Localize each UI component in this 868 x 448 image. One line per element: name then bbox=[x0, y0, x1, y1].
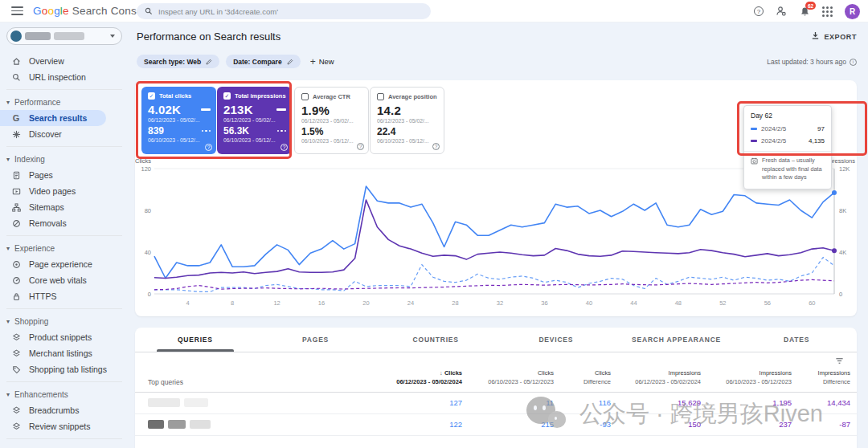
header-metric: Clicks bbox=[538, 369, 554, 377]
sidebar-item-review-snippets[interactable]: Review snippets bbox=[0, 418, 129, 434]
tab-search-appearance[interactable]: SEARCH APPEARANCE bbox=[616, 328, 737, 352]
header-metric: Clicks bbox=[444, 369, 462, 377]
column-header-clicks-1[interactable]: ↓ Clicks06/12/2023 - 05/02/2024 bbox=[371, 369, 462, 387]
chip-label: Search type: Web bbox=[144, 58, 201, 66]
sidebar-section-indexing[interactable]: ▾Indexing bbox=[0, 151, 129, 167]
tooltip-date: 2024/2/5 bbox=[761, 137, 786, 145]
tab-devices[interactable]: DEVICES bbox=[496, 328, 616, 352]
sidebar-item-overview[interactable]: Overview bbox=[0, 53, 129, 69]
metric-card-total-impressions[interactable]: ✓Total impressions213K06/12/2023 - 05/02… bbox=[217, 87, 292, 154]
sidebar-item-label: Sitemaps bbox=[29, 202, 64, 212]
metric-date-previous: 06/10/2023 - 05/12/... bbox=[148, 137, 211, 143]
help-icon[interactable]: ? bbox=[280, 144, 288, 151]
export-button[interactable]: EXPORT bbox=[811, 31, 857, 42]
apps-grid-icon[interactable] bbox=[822, 6, 833, 17]
sidebar-item-product-snippets[interactable]: Product snippets bbox=[0, 329, 129, 345]
cell-clicks: 116 bbox=[554, 398, 611, 407]
column-header-impressions-5[interactable]: Impressions06/10/2023 - 05/12/2023 bbox=[701, 369, 792, 387]
sidebar-item-discover[interactable]: Discover bbox=[0, 126, 129, 142]
column-header-clicks-3[interactable]: ClicksDifference bbox=[554, 369, 611, 387]
checkbox-unchecked-icon[interactable] bbox=[377, 93, 384, 100]
header-metric: Impressions bbox=[818, 369, 850, 377]
sidebar-item-url-inspection[interactable]: URL inspection bbox=[0, 69, 129, 85]
sidebar-item-label: Review snippets bbox=[29, 422, 90, 431]
column-header-impressions-6[interactable]: ImpressionsDifference bbox=[792, 369, 850, 387]
snippet-icon bbox=[11, 422, 21, 431]
tooltip-value: 97 bbox=[817, 125, 825, 132]
metric-card-average-ctr[interactable]: Average CTR1.9%06/12/2023 - 05/02/...1.5… bbox=[294, 87, 369, 154]
table-row[interactable]: 1271111615,6291,19514,434 bbox=[135, 393, 857, 414]
svg-text:24: 24 bbox=[407, 299, 414, 307]
menu-icon[interactable] bbox=[11, 6, 23, 15]
cell-impressions: 15,629 bbox=[611, 398, 701, 407]
filter-chip-date[interactable]: Date: Compare bbox=[226, 55, 300, 68]
tooltip-date: 2024/2/5 bbox=[761, 125, 786, 132]
metric-cards: ✓Total clicks4.02K06/12/2023 - 05/02/...… bbox=[141, 87, 444, 154]
metric-card-total-clicks[interactable]: ✓Total clicks4.02K06/12/2023 - 05/02/...… bbox=[141, 87, 216, 154]
svg-text:52: 52 bbox=[719, 299, 726, 307]
filter-funnel-icon[interactable] bbox=[835, 356, 844, 365]
sidebar-section-performance[interactable]: ▾Performance bbox=[0, 94, 129, 110]
sidebar-item-https[interactable]: HTTPS bbox=[0, 288, 129, 304]
sidebar-item-page-experience[interactable]: Page experience bbox=[0, 256, 129, 272]
column-header-clicks-2[interactable]: Clicks06/10/2023 - 05/12/2023 bbox=[462, 369, 554, 387]
cell-impressions: 150 bbox=[611, 420, 701, 429]
tab-pages[interactable]: PAGES bbox=[256, 328, 376, 352]
cell-clicks: 127 bbox=[371, 398, 462, 407]
solid-line-indicator bbox=[201, 108, 211, 111]
table-body: 1271111615,6291,19514,434122215-93150237… bbox=[135, 393, 857, 436]
https-lock-icon bbox=[11, 291, 21, 301]
help-icon[interactable]: ? bbox=[432, 143, 440, 150]
sidebar-item-search-results[interactable]: GSearch results bbox=[0, 110, 106, 126]
url-inspect-search[interactable]: Inspect any URL in '3d4create.com' bbox=[137, 3, 431, 19]
info-icon[interactable]: i bbox=[850, 59, 857, 66]
table-row[interactable]: 122215-93150237-87 bbox=[135, 414, 857, 436]
chart-tooltip: Day 62 2024/2/5972024/2/54,135 Fresh dat… bbox=[743, 105, 832, 189]
sidebar-item-breadcrumbs[interactable]: Breadcrumbs bbox=[0, 402, 129, 418]
user-settings-icon[interactable] bbox=[776, 6, 787, 17]
svg-text:32: 32 bbox=[497, 299, 503, 307]
sidebar-section-enhancements[interactable]: ▾Enhancements bbox=[0, 386, 129, 402]
sidebar-item-shopping-tab-listings[interactable]: Shopping tab listings bbox=[0, 361, 129, 377]
new-filter-button[interactable]: + New bbox=[310, 57, 334, 67]
checkbox-checked-icon[interactable]: ✓ bbox=[223, 92, 231, 100]
sidebar-section-experience[interactable]: ▾Experience bbox=[0, 240, 129, 256]
sidebar-section-security-manual-actions[interactable]: ▸Security & Manual Actions bbox=[0, 443, 129, 448]
help-icon[interactable]: ? bbox=[357, 143, 364, 150]
sidebar-item-core-web-vitals[interactable]: Core web vitals bbox=[0, 272, 129, 288]
dotted-line-indicator bbox=[277, 130, 287, 132]
checkbox-unchecked-icon[interactable] bbox=[301, 93, 309, 100]
table-tabs: QUERIESPAGESCOUNTRIESDEVICESSEARCH APPEA… bbox=[135, 328, 857, 352]
help-icon[interactable]: ? bbox=[754, 6, 764, 16]
sidebar-item-label: Discover bbox=[29, 129, 62, 139]
query-cell-redacted bbox=[135, 420, 371, 429]
notifications-bell-icon[interactable]: 62 bbox=[799, 6, 810, 17]
sidebar-item-merchant-listings[interactable]: Merchant listings bbox=[0, 345, 129, 361]
sidebar-item-sitemaps[interactable]: Sitemaps bbox=[0, 199, 129, 215]
metric-value-previous: 1.5% bbox=[301, 126, 323, 137]
metric-card-average-position[interactable]: Average position14.206/12/2023 - 05/02/.… bbox=[370, 87, 444, 154]
column-header-top-queries[interactable]: Top queries bbox=[135, 378, 371, 387]
metric-date-previous: 06/10/2023 - 05/12/... bbox=[301, 138, 362, 144]
avatar[interactable]: R bbox=[845, 4, 860, 19]
help-icon[interactable]: ? bbox=[205, 144, 212, 151]
checkbox-checked-icon[interactable]: ✓ bbox=[148, 92, 155, 100]
tooltip-divider bbox=[744, 151, 831, 152]
filter-chip-search-type[interactable]: Search type: Web bbox=[137, 55, 219, 68]
chevron-down-icon: ▾ bbox=[6, 99, 10, 106]
property-selector[interactable] bbox=[6, 27, 122, 45]
export-label: EXPORT bbox=[824, 33, 857, 41]
sidebar-section-shopping[interactable]: ▾Shopping bbox=[0, 313, 129, 329]
tab-dates[interactable]: DATES bbox=[736, 328, 857, 352]
sidebar-nav: OverviewURL inspection▾PerformanceGSearc… bbox=[0, 53, 129, 448]
sidebar-item-video-pages[interactable]: Video pages bbox=[0, 183, 129, 199]
svg-text:28: 28 bbox=[452, 299, 458, 307]
column-header-impressions-4[interactable]: Impressions06/12/2023 - 05/02/2024 bbox=[611, 369, 701, 387]
sidebar-item-pages[interactable]: Pages bbox=[0, 167, 129, 183]
tab-queries[interactable]: QUERIES bbox=[135, 328, 256, 352]
svg-text:Clicks: Clicks bbox=[135, 157, 151, 165]
cell-impressions: 237 bbox=[701, 420, 792, 429]
svg-text:60: 60 bbox=[809, 299, 815, 307]
tab-countries[interactable]: COUNTRIES bbox=[375, 328, 496, 352]
sidebar-item-removals[interactable]: Removals bbox=[0, 215, 129, 231]
